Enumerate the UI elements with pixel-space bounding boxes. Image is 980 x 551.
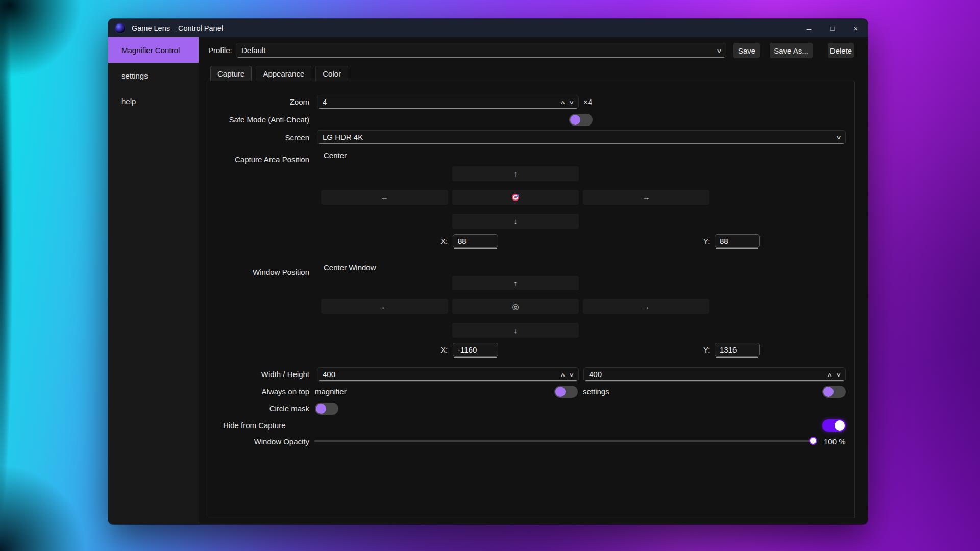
capture-area-center-button[interactable]: Center [324, 151, 347, 160]
capture-area-left-button[interactable]: ← [321, 190, 448, 205]
screen-label: Screen [208, 133, 309, 142]
hide-from-capture-label: Hide from Capture [223, 421, 286, 430]
always-on-top-magnifier-label: magnifier [315, 387, 347, 396]
sidebar-item-settings[interactable]: settings [108, 63, 199, 88]
tab-capture[interactable]: Capture [210, 66, 252, 81]
window-opacity-label: Window Opacity [208, 437, 309, 446]
always-on-top-settings-label: settings [583, 387, 609, 396]
center-window-button[interactable]: Center Window [324, 263, 376, 272]
arrow-down-icon: ↓ [513, 217, 518, 226]
window-y-label: Y: [703, 343, 710, 357]
tab-bar: Capture Appearance Color [210, 66, 348, 81]
app-window: Game Lens – Control Panel – □ × Magnifie… [108, 19, 868, 524]
window-x-field[interactable] [453, 343, 498, 357]
arrow-up-icon: ↑ [513, 279, 518, 287]
desktop-wallpaper: Game Lens – Control Panel – □ × Magnifie… [0, 0, 980, 551]
delete-button[interactable]: Delete [828, 43, 854, 58]
circle-mask-toggle[interactable] [315, 403, 338, 415]
dart-target-icon [511, 193, 520, 202]
capture-area-pad: ↑ ← → ↓ [321, 166, 709, 229]
toggle-knob [316, 404, 326, 414]
window-center-pad-button[interactable]: ◎ [452, 299, 579, 314]
profile-combobox[interactable]: Default ∨ [236, 43, 726, 58]
zoom-spinbox[interactable]: ∧ ∨ [317, 95, 579, 109]
capture-y-field[interactable] [715, 234, 760, 248]
arrow-left-icon: ← [381, 193, 388, 202]
width-input[interactable] [317, 368, 552, 381]
chevron-down-icon[interactable]: ∨ [716, 43, 722, 58]
circle-mask-label: Circle mask [208, 404, 309, 413]
save-button[interactable]: Save [733, 43, 760, 58]
width-spinbox[interactable]: ∧ ∨ [317, 367, 579, 382]
capture-x-input[interactable] [453, 235, 498, 247]
tab-appearance[interactable]: Appearance [256, 66, 311, 81]
window-opacity-value: 100 % [824, 437, 846, 446]
window-title: Game Lens – Control Panel [132, 24, 223, 32]
toggle-knob [555, 387, 566, 397]
capture-area-right-button[interactable]: → [583, 190, 709, 205]
window-up-button[interactable]: ↑ [452, 276, 579, 290]
window-right-button[interactable]: → [583, 299, 709, 314]
zoom-input[interactable] [317, 95, 552, 109]
toggle-knob [570, 115, 580, 125]
profile-combobox-value: Default [241, 46, 266, 55]
window-y-field[interactable] [715, 343, 760, 357]
screen-combobox-value: LG HDR 4K [323, 133, 363, 141]
window-opacity-slider[interactable] [314, 437, 813, 445]
window-x-input[interactable] [453, 343, 498, 356]
toggle-knob [835, 420, 845, 431]
screen-combobox[interactable]: LG HDR 4K ∨ [317, 130, 846, 144]
slider-track[interactable] [314, 440, 813, 442]
hide-from-capture-toggle[interactable] [822, 419, 846, 432]
arrow-down-icon: ↓ [513, 326, 518, 335]
arrow-right-icon: → [643, 193, 650, 202]
capture-area-center-pad-button[interactable] [452, 190, 579, 205]
zoom-multiplier: ×4 [583, 97, 592, 106]
capture-x-field[interactable] [453, 234, 498, 248]
height-spinbox[interactable]: ∧ ∨ [583, 367, 846, 382]
window-left-button[interactable]: ← [321, 299, 448, 314]
spin-down-icon[interactable]: ∨ [569, 99, 574, 105]
window-x-label: X: [440, 343, 448, 357]
capture-area-label: Capture Area Position [208, 155, 309, 164]
save-as-button[interactable]: Save As... [770, 43, 813, 58]
chevron-down-icon[interactable]: ∨ [836, 131, 842, 144]
safe-mode-toggle[interactable] [569, 114, 593, 126]
height-input[interactable] [584, 368, 819, 381]
safe-mode-label: Safe Mode (Anti-Cheat) [208, 115, 309, 124]
sidebar-item-help[interactable]: help [108, 88, 199, 114]
minimize-button[interactable]: – [797, 19, 821, 37]
spin-down-icon[interactable]: ∨ [836, 372, 841, 378]
bullseye-icon: ◎ [512, 302, 519, 311]
maximize-button[interactable]: □ [821, 19, 844, 37]
sidebar: Magnifier Control settings help [108, 37, 199, 524]
arrow-right-icon: → [643, 302, 650, 311]
always-on-top-settings-toggle[interactable] [822, 386, 846, 398]
capture-y-label: Y: [703, 234, 710, 248]
arrow-up-icon: ↑ [513, 169, 518, 178]
tab-color[interactable]: Color [315, 66, 348, 81]
capture-area-up-button[interactable]: ↑ [452, 166, 579, 181]
always-on-top-magnifier-toggle[interactable] [554, 386, 578, 398]
profile-label: Profile: [208, 43, 232, 58]
slider-handle[interactable] [809, 437, 817, 445]
spin-up-icon[interactable]: ∧ [560, 372, 566, 378]
width-height-label: Width / Height [208, 370, 309, 379]
capture-area-down-button[interactable]: ↓ [452, 214, 579, 229]
window-position-label: Window Position [208, 268, 309, 277]
window-y-input[interactable] [715, 343, 760, 356]
always-on-top-label: Always on top [208, 387, 309, 396]
close-button[interactable]: × [844, 19, 868, 37]
capture-y-input[interactable] [715, 235, 760, 247]
spin-down-icon[interactable]: ∨ [569, 372, 574, 378]
toggle-knob [823, 387, 834, 397]
sidebar-item-magnifier-control[interactable]: Magnifier Control [108, 37, 199, 63]
spin-up-icon[interactable]: ∧ [560, 99, 566, 105]
window-down-button[interactable]: ↓ [452, 323, 579, 338]
zoom-label: Zoom [208, 97, 309, 106]
spin-up-icon[interactable]: ∧ [827, 372, 833, 378]
capture-tab-pane: Zoom ∧ ∨ ×4 Safe Mode (Anti-Cheat) Scree… [208, 81, 855, 518]
titlebar[interactable]: Game Lens – Control Panel – □ × [108, 19, 868, 37]
window-position-pad: ↑ ← ◎ → ↓ [321, 276, 709, 338]
arrow-left-icon: ← [381, 302, 388, 311]
